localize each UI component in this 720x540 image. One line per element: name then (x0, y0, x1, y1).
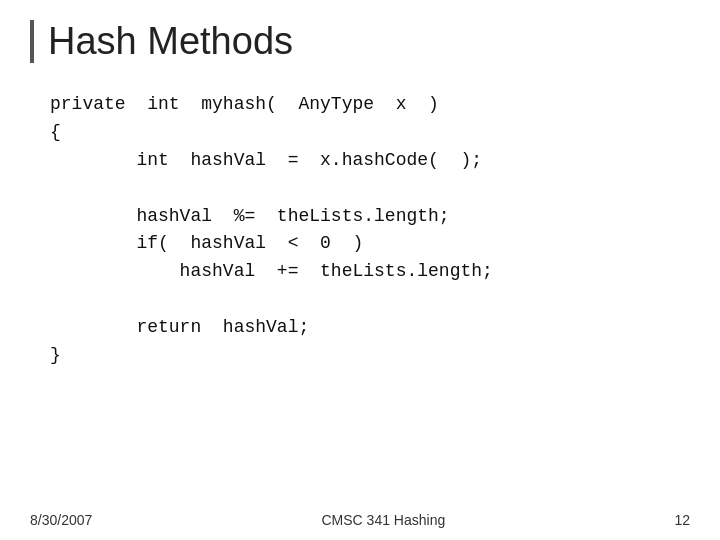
footer-course: CMSC 341 Hashing (321, 512, 445, 528)
code-line-7: hashVal += theLists.length; (50, 258, 690, 286)
code-line-3: int hashVal = x.hashCode( ); (50, 147, 690, 175)
code-line-10: } (50, 342, 690, 370)
footer-page: 12 (674, 512, 690, 528)
code-line-5: hashVal %= theLists.length; (50, 203, 690, 231)
code-line-2: { (50, 119, 690, 147)
code-line-4 (50, 175, 690, 203)
footer-date: 8/30/2007 (30, 512, 92, 528)
code-line-9: return hashVal; (50, 314, 690, 342)
code-line-8 (50, 286, 690, 314)
slide-title: Hash Methods (30, 20, 690, 63)
code-line-6: if( hashVal < 0 ) (50, 230, 690, 258)
footer: 8/30/2007 CMSC 341 Hashing 12 (0, 512, 720, 528)
code-line-1: private int myhash( AnyType x ) (50, 91, 690, 119)
slide: Hash Methods private int myhash( AnyType… (0, 0, 720, 540)
code-block: private int myhash( AnyType x ) { int ha… (30, 91, 690, 370)
